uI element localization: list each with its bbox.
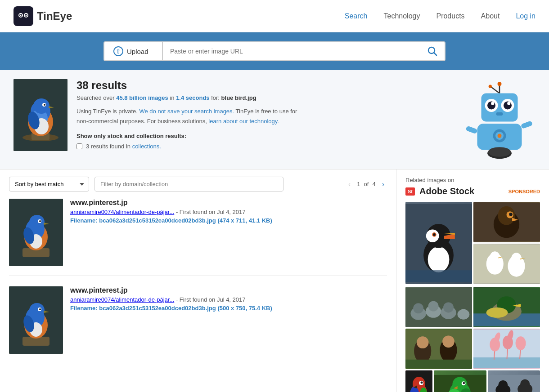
robot-image	[464, 79, 536, 160]
svg-rect-0	[16, 9, 31, 23]
result-info-1: www.pinterest.jp anniaramire0074/aliment…	[70, 199, 387, 266]
result-item: www.pinterest.jp anniaramire0074/aliment…	[9, 199, 387, 276]
sidebar-img-macaw[interactable]	[405, 370, 432, 392]
result-found-1: - First found on Jul 4, 2017	[176, 209, 246, 215]
svg-point-102	[442, 335, 454, 347]
result-filename-value-1: bca062a3d251c53152ea00dced02bd3b.jpg	[99, 217, 216, 224]
meta-in: in	[168, 94, 176, 101]
result-filename-1: Filename: bca062a3d251c53152ea00dced02bd…	[70, 217, 387, 224]
result-url-2[interactable]: anniaramire0074/alimentador-de-pájar...	[70, 296, 174, 303]
sidebar-img-gannets[interactable]	[473, 244, 540, 284]
svg-point-31	[507, 102, 510, 105]
nav-about[interactable]: About	[481, 12, 500, 20]
collection-text: 3 results found in collections.	[86, 143, 161, 150]
sidebar-img-mallard[interactable]	[473, 287, 540, 327]
result-thumbnail-2	[9, 286, 63, 354]
logo-icon	[14, 6, 33, 26]
collection-checkbox[interactable]	[76, 143, 82, 149]
page-current: 1	[357, 181, 360, 187]
svg-point-65	[426, 229, 439, 242]
svg-point-59	[39, 308, 41, 310]
sidebar-img-vultures[interactable]	[405, 329, 472, 369]
svg-point-17	[33, 98, 50, 114]
results-column: Sort by best match Sort by most changed …	[0, 169, 396, 392]
adobe-stock-logo: St	[405, 187, 415, 196]
result-filename-2: Filename: bca062a3d251c53152ea00dced02bd…	[70, 305, 387, 312]
meta-for: for:	[210, 94, 221, 101]
svg-point-36	[498, 134, 502, 138]
sidebar-img-flamingos[interactable]	[473, 329, 540, 369]
search-icon	[428, 46, 437, 56]
svg-point-57	[29, 303, 45, 317]
results-meta: Searched over 45.8 billion images in 1.4…	[76, 94, 454, 101]
result-thumbnail-1	[9, 199, 63, 266]
svg-rect-103	[405, 360, 472, 368]
nav-technology[interactable]: Technology	[384, 12, 420, 20]
privacy-line2: TinEye is free to use for	[234, 108, 297, 115]
checkbox-row: 3 results found in collections.	[76, 143, 454, 150]
query-bird-image	[14, 79, 68, 151]
svg-point-111	[516, 336, 526, 350]
sidebar-img-pigeons[interactable]	[405, 287, 472, 327]
svg-point-100	[417, 336, 429, 348]
svg-point-91	[458, 309, 470, 320]
result-found-2: - First found on Jul 4, 2017	[176, 296, 246, 303]
svg-point-88	[428, 301, 439, 312]
result-url-1[interactable]: anniaramire0074/alimentador-de-pájar...	[70, 209, 174, 215]
nav: Search Technology Products About	[345, 12, 500, 20]
svg-point-47	[29, 215, 45, 229]
svg-line-8	[434, 53, 436, 55]
privacy-link2[interactable]: learn about our technology.	[208, 118, 279, 125]
prev-page-button[interactable]: ‹	[346, 179, 353, 189]
svg-line-23	[491, 87, 500, 94]
svg-point-120	[421, 382, 423, 384]
logo[interactable]: TinEye	[14, 6, 72, 26]
nav-search[interactable]: Search	[345, 12, 368, 20]
svg-point-19	[44, 104, 45, 106]
search-button[interactable]	[420, 42, 445, 60]
privacy-line3: non-commercial purposes. For business so…	[76, 118, 208, 125]
nav-products[interactable]: Products	[436, 12, 464, 20]
sidebar-column: Related images on St Adobe Stock SPONSOR…	[396, 169, 549, 392]
svg-rect-105	[473, 357, 540, 368]
result-domain-2: www.pinterest.jp	[70, 286, 387, 294]
collection-link[interactable]: collections.	[132, 143, 161, 150]
pagination: ‹ 1 of 4 ›	[346, 179, 387, 189]
svg-point-126	[463, 382, 465, 384]
sidebar-img-puffin[interactable]	[405, 202, 472, 284]
privacy-link1[interactable]: We do not save your search images.	[139, 108, 234, 115]
sidebar-img-eagle[interactable]	[473, 202, 540, 242]
sidebar-title: Related images on	[405, 177, 540, 183]
sort-select[interactable]: Sort by best match Sort by most changed …	[9, 177, 89, 192]
page-of: of	[364, 181, 369, 187]
login-button[interactable]: Log in	[516, 12, 536, 20]
result-filename-value-2: bca062a3d251c53152ea00dced02bd3b.jpg	[99, 305, 216, 312]
result-link-2: anniaramire0074/alimentador-de-pájar... …	[70, 296, 387, 303]
svg-rect-70	[405, 270, 472, 282]
main-content: Sort by best match Sort by most changed …	[0, 169, 549, 392]
meta-seconds: 1.4 seconds	[176, 94, 209, 101]
upload-label: Upload	[127, 48, 148, 55]
sidebar-img-crows[interactable]	[488, 370, 540, 392]
results-info: 38 results Searched over 45.8 billion im…	[76, 79, 454, 160]
sort-filter-bar: Sort by best match Sort by most changed …	[9, 177, 387, 192]
header: TinEye Search Technology Products About …	[0, 0, 549, 32]
result-item-2: www.pinterest.jp anniaramire0074/aliment…	[9, 286, 387, 363]
collection-section: Show only stock and collection results: …	[76, 133, 454, 150]
filter-input[interactable]	[94, 177, 284, 192]
svg-point-75	[509, 213, 513, 216]
svg-point-24	[489, 85, 492, 88]
next-page-button[interactable]: ›	[379, 179, 387, 189]
upload-button[interactable]: ⇧ Upload	[104, 42, 163, 60]
svg-point-96	[486, 307, 508, 318]
logo-text: TinEye	[37, 10, 72, 22]
url-input[interactable]	[163, 42, 420, 60]
sidebar-img-parrot[interactable]	[434, 370, 486, 392]
result-link-1: anniaramire0074/alimentador-de-pájar... …	[70, 209, 387, 215]
sponsored-label: SPONSORED	[508, 189, 540, 194]
svg-point-40	[488, 147, 511, 157]
robot-svg	[466, 79, 533, 160]
svg-point-5	[20, 14, 22, 16]
svg-point-6	[26, 14, 27, 16]
svg-rect-32	[496, 112, 503, 116]
